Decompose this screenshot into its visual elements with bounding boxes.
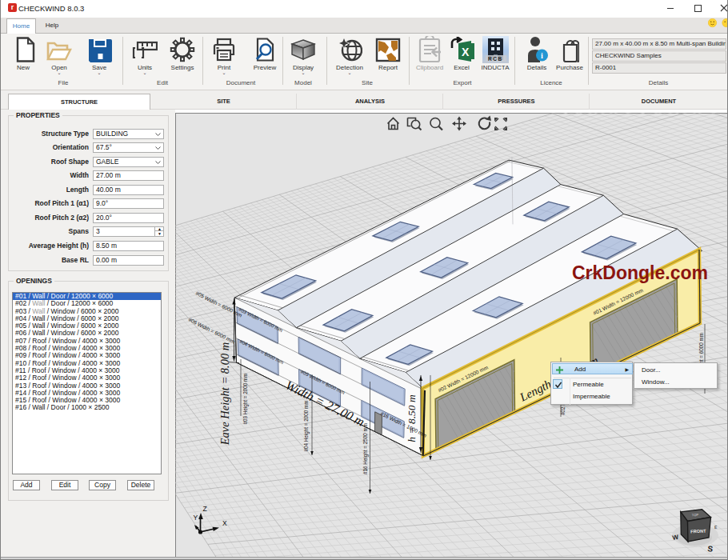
svg-text:X: X — [222, 519, 227, 527]
svg-text:E: E — [714, 525, 718, 530]
svg-text:Eave Height = 8.00 m: Eave Height = 8.00 m — [218, 342, 231, 446]
svg-text:Y: Y — [194, 514, 198, 522]
svg-text:TOP: TOP — [691, 513, 698, 518]
svg-text:#06 Width = 6000 mm: #06 Width = 6000 mm — [188, 317, 236, 345]
svg-text:h = 8.50 m: h = 8.50 m — [406, 394, 418, 442]
svg-text:FRONT: FRONT — [690, 528, 706, 534]
svg-text:RCB: RCB — [488, 56, 503, 62]
svg-text:#03 Height = 2000 mm: #03 Height = 2000 mm — [242, 374, 249, 425]
svg-text:#16 Height = 2500 mm: #16 Height = 2500 mm — [362, 423, 369, 474]
svg-text:Z: Z — [203, 505, 207, 513]
svg-text:X: X — [462, 46, 470, 58]
svg-text:#04 Height = 2000 mm: #04 Height = 2000 mm — [303, 401, 310, 452]
svg-text:S: S — [707, 544, 714, 554]
svg-text:i: i — [541, 51, 543, 60]
